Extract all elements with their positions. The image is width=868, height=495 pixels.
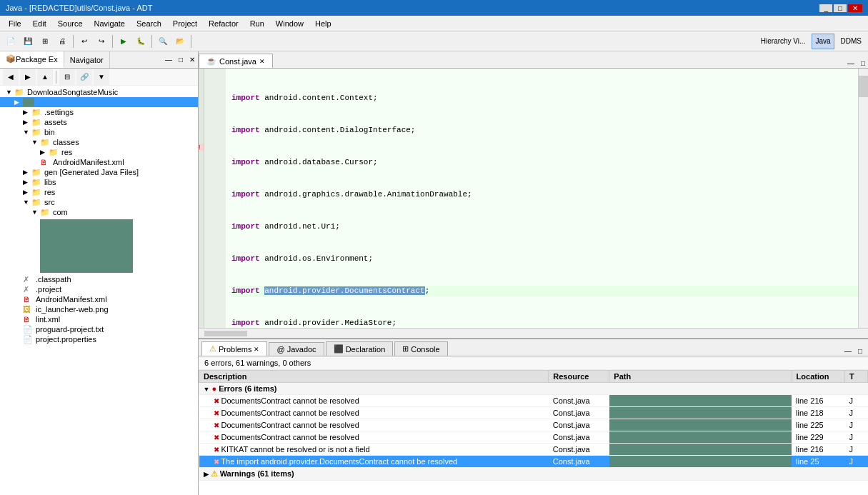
- editor-tab-close[interactable]: ✕: [259, 58, 265, 65]
- libs-arrow[interactable]: ▶: [23, 179, 31, 186]
- minimize-button[interactable]: _: [819, 4, 832, 12]
- menu-refactor[interactable]: Refactor: [203, 18, 244, 29]
- table-row[interactable]: ✖ DocumentsContract cannot be resolved C…: [199, 395, 868, 407]
- left-close-button[interactable]: ✕: [186, 55, 198, 64]
- warnings-section-header[interactable]: ▶ ⚠ Warnings (61 items): [199, 468, 868, 481]
- tab-problems[interactable]: ⚠ Problems ✕: [201, 341, 267, 356]
- classes-arrow[interactable]: ▼: [31, 139, 40, 146]
- editor-minimize-button[interactable]: —: [844, 59, 857, 68]
- tab-console[interactable]: ⊞ Console: [394, 341, 447, 356]
- tab-navigator[interactable]: Navigator: [64, 51, 110, 68]
- errors-expand-arrow[interactable]: ▼: [204, 386, 210, 393]
- save-button[interactable]: 💾: [20, 34, 36, 49]
- tab-javadoc[interactable]: @ Javadoc: [269, 342, 324, 356]
- search-button[interactable]: 🔍: [155, 34, 171, 49]
- table-row[interactable]: ✖ The import android.provider.DocumentsC…: [199, 456, 868, 468]
- tree-item-project[interactable]: ✗ .project: [0, 284, 198, 294]
- perspective-ddms[interactable]: DDMS: [837, 34, 865, 49]
- back-button[interactable]: ◀: [3, 69, 19, 85]
- src-arrow[interactable]: ▼: [23, 199, 31, 206]
- menu-source[interactable]: Source: [52, 18, 89, 29]
- scrollbar-thumb[interactable]: [859, 76, 868, 97]
- tree-item-gen[interactable]: ▶ 📁 gen [Generated Java Files]: [0, 167, 198, 177]
- maximize-button[interactable]: □: [834, 4, 847, 12]
- com-arrow[interactable]: ▼: [31, 209, 40, 216]
- tree-item-res[interactable]: ▶ 📁 res: [0, 187, 198, 197]
- menu-help[interactable]: Help: [309, 18, 337, 29]
- res-arrow[interactable]: ▶: [23, 189, 31, 196]
- tree-item-settings[interactable]: ▶ 📁 .settings: [0, 107, 198, 117]
- errors-table-container[interactable]: Description Resource Path Location T: [199, 370, 868, 495]
- editor-tab-const[interactable]: ☕ Const.java ✕: [199, 54, 273, 68]
- menu-navigate[interactable]: Navigate: [89, 18, 131, 29]
- link-editor-button[interactable]: 🔗: [76, 69, 92, 85]
- problems-close[interactable]: ✕: [254, 346, 259, 353]
- run-button[interactable]: ▶: [116, 34, 131, 49]
- redo-button[interactable]: ↪: [94, 34, 109, 49]
- tree-item-res-bin[interactable]: ▶ 📁 res: [0, 147, 198, 157]
- close-button[interactable]: ✕: [848, 4, 862, 12]
- editor-maximize-button[interactable]: □: [858, 59, 868, 68]
- tree-item-bin[interactable]: ▼ 📁 bin: [0, 127, 198, 137]
- tree-item-classes[interactable]: ▼ 📁 classes: [0, 137, 198, 147]
- collapse-all-button[interactable]: ⊟: [59, 69, 75, 85]
- print-button[interactable]: 🖨: [54, 34, 70, 49]
- tree-item-proguard[interactable]: 📄 proguard-project.txt: [0, 324, 198, 334]
- project-tree[interactable]: ▼ 📁 DownloadSongtasteMusic ▶ ▶ 📁 .settin…: [0, 86, 198, 495]
- table-row[interactable]: ✖ DocumentsContract cannot be resolved C…: [199, 431, 868, 444]
- tree-item-src[interactable]: ▼ 📁 src: [0, 197, 198, 207]
- tree-item-selected-folder[interactable]: ▶: [0, 97, 198, 107]
- gen-arrow[interactable]: ▶: [23, 169, 31, 176]
- left-minimize-button[interactable]: —: [162, 55, 175, 64]
- bin-arrow[interactable]: ▼: [23, 129, 31, 136]
- editor-hscrollbar[interactable]: [199, 328, 868, 338]
- tree-item-androidmanifest-bin[interactable]: 🗎 AndroidManifest.xml: [0, 157, 198, 167]
- tree-root[interactable]: ▼ 📁 DownloadSongtasteMusic: [0, 87, 198, 97]
- tree-item-classpath[interactable]: ✗ .classpath: [0, 274, 198, 284]
- tree-item-ic-launcher[interactable]: 🖼 ic_launcher-web.png: [0, 304, 198, 314]
- up-button[interactable]: ▲: [37, 69, 53, 85]
- menu-edit[interactable]: Edit: [27, 18, 52, 29]
- table-row[interactable]: ✖ KITKAT cannot be resolved or is not a …: [199, 444, 868, 456]
- folder-expand-arrow[interactable]: ▶: [14, 99, 23, 106]
- editor-content[interactable]: ! import android.content.Context; import…: [199, 69, 868, 328]
- editor-scrollbar[interactable]: [858, 69, 868, 328]
- menu-project[interactable]: Project: [167, 18, 203, 29]
- root-expand-arrow[interactable]: ▼: [6, 89, 14, 96]
- tree-item-com[interactable]: ▼ 📁 com: [0, 207, 198, 217]
- res-bin-arrow[interactable]: ▶: [40, 149, 49, 156]
- menu-run[interactable]: Run: [244, 18, 270, 29]
- tree-item-androidmanifest[interactable]: 🗎 AndroidManifest.xml: [0, 294, 198, 304]
- left-maximize-button[interactable]: □: [176, 55, 186, 64]
- assets-arrow[interactable]: ▶: [23, 119, 31, 126]
- debug-button[interactable]: 🐛: [133, 34, 149, 49]
- tree-item-libs[interactable]: ▶ 📁 libs: [0, 177, 198, 187]
- tree-item-assets[interactable]: ▶ 📁 assets: [0, 117, 198, 127]
- errors-section-header[interactable]: ▼ ● Errors (6 items): [199, 383, 868, 395]
- menu-search[interactable]: Search: [131, 18, 167, 29]
- tab-package-explorer[interactable]: 📦 Package Ex: [0, 51, 64, 68]
- undo-button[interactable]: ↩: [76, 34, 92, 49]
- menu-file[interactable]: File: [3, 18, 27, 29]
- save-all-button[interactable]: ⊞: [37, 34, 53, 49]
- tab-declaration[interactable]: ⬛ Declaration: [326, 341, 394, 356]
- warnings-expand-arrow[interactable]: ▶: [204, 471, 209, 478]
- tree-item-lint[interactable]: 🗎 lint.xml: [0, 314, 198, 324]
- error-type-1: J: [845, 395, 868, 407]
- bottom-minimize-button[interactable]: —: [842, 346, 854, 356]
- menu-window[interactable]: Window: [270, 18, 309, 29]
- bottom-maximize-button[interactable]: □: [855, 346, 865, 356]
- table-row[interactable]: ✖ DocumentsContract cannot be resolved C…: [199, 407, 868, 419]
- new-button[interactable]: 📄: [3, 34, 19, 49]
- tree-item-project-properties[interactable]: 📄 project.properties: [0, 334, 198, 344]
- tree-item-image-placeholder[interactable]: [0, 217, 198, 274]
- hscrollbar-thumb[interactable]: [204, 331, 247, 336]
- code-editor[interactable]: import android.content.Context; import a…: [226, 69, 868, 328]
- perspective-java[interactable]: Java: [812, 34, 834, 49]
- open-button[interactable]: 📂: [172, 34, 188, 49]
- view-menu-button[interactable]: ▼: [94, 69, 109, 85]
- table-row[interactable]: ✖ DocumentsContract cannot be resolved C…: [199, 419, 868, 431]
- settings-arrow[interactable]: ▶: [23, 109, 31, 116]
- perspective-hierarchy[interactable]: Hierarchy Vi...: [757, 34, 809, 49]
- forward-button[interactable]: ▶: [20, 69, 36, 85]
